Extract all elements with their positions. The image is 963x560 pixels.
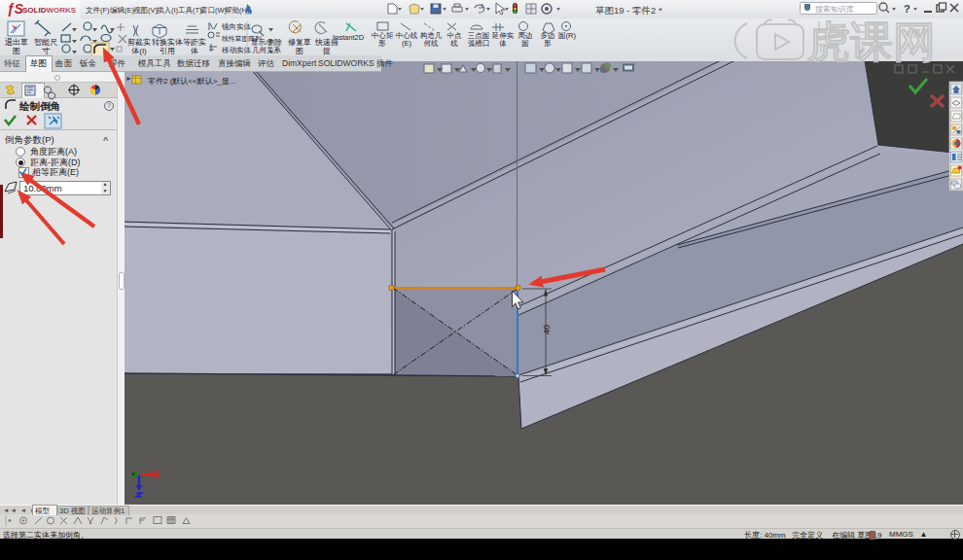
svg-text:虎课网: 虎课网 (807, 18, 936, 65)
